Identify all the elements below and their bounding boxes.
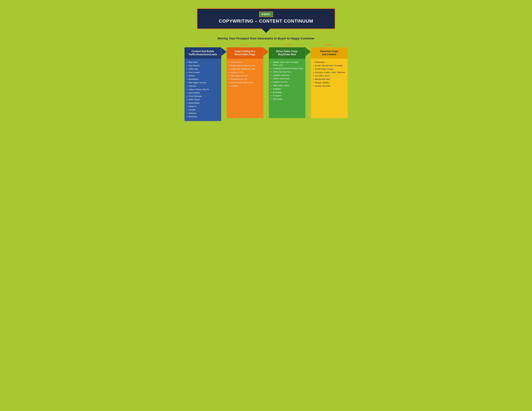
list-item: Magalogs xyxy=(271,87,303,91)
stage1-box: Content that BuildsTraffic/Awareness/Lea… xyxy=(184,47,221,121)
stage1-header: Content that BuildsTraffic/Awareness/Lea… xyxy=(184,47,221,59)
svg-marker-2 xyxy=(306,48,311,56)
list-item: Newsletters xyxy=(186,78,219,81)
stage2-box: Copy Linking to aDirect-Sales Page Funne… xyxy=(227,47,263,118)
subtitle: Moving Your Prospect from Awareness to B… xyxy=(184,37,348,40)
list-item: Online Ads xyxy=(186,67,219,71)
stage2-label: STAGE 2 xyxy=(240,44,250,46)
stage4-box: Retention Copyand Content Newsletters Em… xyxy=(311,47,348,118)
stage3-wrapper: STAGE 3 Direct-Sales Copy:Buy/Order Now … xyxy=(269,44,305,118)
svg-marker-0 xyxy=(221,48,227,56)
stage2-title: Copy Linking to aDirect-Sales Page xyxy=(229,50,261,56)
list-item: Letters, Advertorials xyxy=(271,77,303,80)
list-item: Bookalogs xyxy=(271,91,303,94)
stage4-wrapper: STAGE 4 Retention Copyand Content Newsle… xyxy=(311,44,348,118)
list-item: Classic Sales Letter Packages: Short, Lo… xyxy=(271,60,303,67)
list-item: Chatbots xyxy=(228,84,261,88)
stage3-title: Direct-Sales Copy:Buy/Order Now xyxy=(271,50,303,56)
list-item: Single Direct Emails w/ Links xyxy=(228,64,261,67)
stage1-content: Blog Posts Free Reports Online Ads Free … xyxy=(184,59,221,121)
list-item: Radio/TV xyxy=(186,105,219,108)
stage1-wrapper: STAGE 1 Content that BuildsTraffic/Aware… xyxy=(184,44,221,121)
list-item: Postcards xyxy=(271,94,303,98)
stage1-label: STAGE 1 xyxy=(198,44,208,46)
stage4-header: Retention Copyand Content xyxy=(311,47,348,59)
arrow-3 xyxy=(305,44,311,56)
list-item: Newsletters w/ CTA xyxy=(228,78,261,81)
stage2-list: Funnel Series Single Direct Emails w/ Li… xyxy=(228,60,261,88)
list-item: Brochures xyxy=(186,115,219,118)
list-item: Videos: Demos, How-To xyxy=(186,88,219,91)
list-item: Social Media Posts w/ CTA xyxy=(228,81,261,84)
stage4-list: Newsletters Emails: Special Sales, Renew… xyxy=(313,60,345,88)
arrow-2 xyxy=(263,44,269,56)
stage2-wrapper: STAGE 2 Copy Linking to aDirect-Sales Pa… xyxy=(227,44,263,118)
list-item: Funnel Series xyxy=(228,60,261,64)
awai-logo: AWAI xyxy=(259,11,273,17)
list-item: Radio/TV w/ CTA xyxy=(271,80,303,84)
stage3-header: Direct-Sales Copy:Buy/Order Now xyxy=(269,47,305,59)
arrow-shape-1 xyxy=(221,48,227,56)
arrow-1 xyxy=(221,44,227,56)
stage3-label: STAGE 3 xyxy=(282,44,292,46)
stages-container: STAGE 1 Content that BuildsTraffic/Aware… xyxy=(184,44,348,121)
list-item: Web Pages w/ Links xyxy=(228,74,261,78)
stage4-content: Newsletters Emails: Special Sales, Renew… xyxy=(311,59,348,90)
stage3-list: Classic Sales Letter Packages: Short, Lo… xyxy=(271,60,303,101)
stage3-box: Direct-Sales Copy:Buy/Order Now Classic … xyxy=(269,47,305,118)
list-item: Articles w/ CTA xyxy=(228,71,261,74)
list-item: Social Media: Groups xyxy=(313,67,345,71)
header-banner: AWAI COPYWRITING – CONTENT CONTINUUM xyxy=(197,8,335,29)
list-item: Membership Sites xyxy=(313,78,345,81)
svg-marker-1 xyxy=(264,48,269,56)
list-item: Case Studies xyxy=(186,91,219,95)
stage2-content: Funnel Series Single Direct Emails w/ Li… xyxy=(227,59,263,90)
list-item: Free Reports xyxy=(186,64,219,67)
list-item: Online Ads: Buy Now xyxy=(271,70,303,74)
list-item: Podcasts xyxy=(186,84,219,88)
list-item: Regular Updates xyxy=(313,81,345,84)
list-item: Catalog/E-Commerce Product Copy xyxy=(271,67,303,70)
arrow-shape-2 xyxy=(264,48,269,56)
list-item: Exclusive Content: Video, Webinars xyxy=(313,71,345,74)
list-item: Appeal/Fundraising xyxy=(271,74,303,77)
logo-text: AWAI xyxy=(261,12,271,16)
list-item: Video Sales Letters xyxy=(271,84,303,87)
arrow-shape-3 xyxy=(306,48,311,56)
stage4-title: Retention Copyand Content xyxy=(313,50,345,56)
list-item: White Papers xyxy=(186,98,219,101)
main-title: COPYWRITING – CONTENT CONTINUUM xyxy=(203,18,329,24)
list-item: Sell Sheets xyxy=(271,98,303,101)
list-item: Online Ads: Teasers w/ Links xyxy=(228,67,261,71)
list-item: Articles xyxy=(186,74,219,78)
stage2-header: Copy Linking to aDirect-Sales Page xyxy=(227,47,263,59)
stage3-content: Classic Sales Letter Packages: Short, Lo… xyxy=(269,59,305,104)
list-item: Upsells, First Dibs xyxy=(313,84,345,88)
list-item: Newsletters xyxy=(313,60,345,64)
stage1-title: Content that BuildsTraffic/Awareness/Lea… xyxy=(187,50,219,56)
list-item: Emails: Special Sales, Renewals xyxy=(313,64,345,67)
list-item: Blog Posts xyxy=(186,60,219,64)
list-item: Free Content xyxy=(186,71,219,74)
list-item: Press Releases xyxy=(186,95,219,98)
page-container: AWAI COPYWRITING – CONTENT CONTINUUM Mov… xyxy=(180,4,352,127)
list-item: Social Media xyxy=(186,101,219,105)
list-item: Web Pages: General xyxy=(186,81,219,84)
list-item: Live Office Hours xyxy=(313,74,345,78)
stage1-list: Blog Posts Free Reports Online Ads Free … xyxy=(186,60,219,118)
list-item: E-Books xyxy=(186,108,219,112)
list-item: Webinars xyxy=(186,112,219,115)
stage4-label: STAGE 4 xyxy=(324,44,334,46)
